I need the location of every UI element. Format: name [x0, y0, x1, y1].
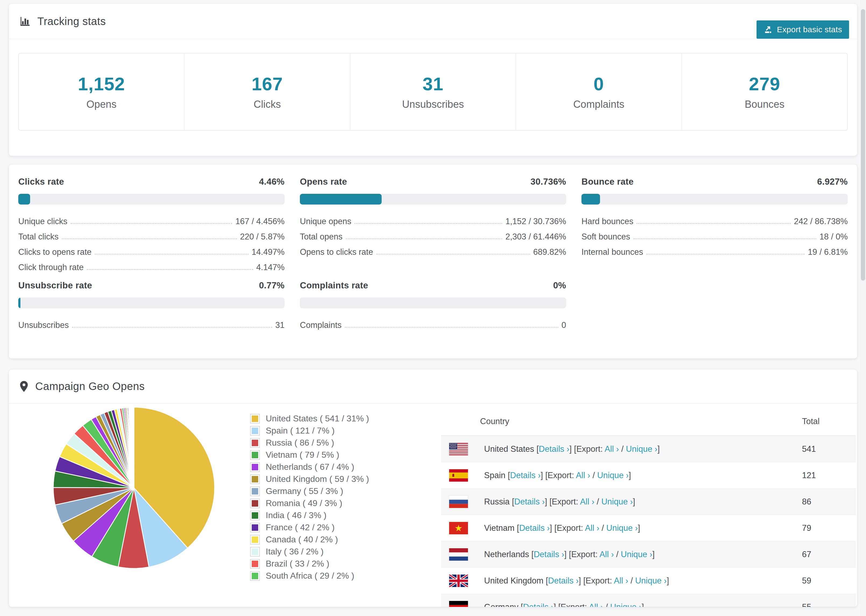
summary-stats-row: 1,152 Opens 167 Clicks 31 Unsubscribes 0…: [18, 53, 848, 130]
separator: /: [594, 497, 601, 506]
export-unique-link[interactable]: Unique ›: [601, 497, 633, 506]
table-row: Spain [Details ›] [Export: All › / Uniqu…: [441, 462, 856, 489]
legend-label: South Africa ( 29 / 2% ): [266, 571, 354, 581]
legend-swatch-color: [252, 464, 258, 470]
country-total: 541: [802, 444, 856, 454]
dotted-leader: [376, 254, 530, 255]
tracking-stats-card: Tracking stats Export basic stats 1,152 …: [9, 4, 857, 156]
dotted-leader: [71, 223, 232, 224]
vertical-scrollbar-track[interactable]: [860, 0, 866, 616]
rate-progress-fill: [18, 297, 20, 308]
geo-title: Campaign Geo Opens: [35, 380, 145, 392]
country-cell: United Kingdom [Details ›] [Export: All …: [484, 576, 802, 586]
export-all-link[interactable]: All ›: [605, 444, 619, 454]
export-all-link[interactable]: All ›: [580, 497, 594, 506]
country-name: Germany: [484, 602, 521, 607]
rate-title-row: Opens rate30.736%: [300, 177, 566, 187]
country-name: Russia: [484, 497, 512, 506]
rate-detail-row: Unique clicks167 / 4.456%: [18, 211, 285, 226]
bracket: ] [Export:: [553, 602, 589, 607]
legend-swatch: [250, 438, 260, 448]
pie-legend: United States ( 541 / 31% )Spain ( 121 /…: [250, 413, 369, 582]
legend-swatch: [250, 414, 260, 424]
country-cell: Netherlands [Details ›] [Export: All › /…: [484, 550, 802, 559]
details-link[interactable]: Details ›: [548, 576, 579, 585]
rate-title: Opens rate: [300, 177, 347, 187]
rate-detail-row: Click through rate4.147%: [18, 257, 285, 272]
details-link[interactable]: Details ›: [514, 497, 545, 506]
legend-swatch-color: [252, 440, 258, 446]
dotted-leader: [646, 254, 805, 255]
table-row: Netherlands [Details ›] [Export: All › /…: [441, 541, 856, 567]
rate-row-value: 31: [276, 321, 285, 330]
rate-row-value: 19 / 6.81%: [808, 247, 848, 257]
rate-detail-row: Total clicks220 / 5.87%: [18, 226, 285, 242]
export-unique-link[interactable]: Unique ›: [610, 602, 642, 607]
export-all-link[interactable]: All ›: [600, 550, 614, 559]
separator: /: [590, 471, 597, 480]
export-unique-link[interactable]: Unique ›: [626, 444, 657, 454]
table-row: United Kingdom [Details ›] [Export: All …: [441, 567, 856, 594]
legend-swatch: [250, 571, 260, 581]
details-link[interactable]: Details ›: [519, 523, 550, 533]
location-pin-icon: [19, 380, 29, 392]
bracket: ] [Export:: [550, 523, 585, 533]
rate-title-row: Bounce rate6.927%: [581, 177, 848, 187]
rates-card: Clicks rate4.46%Unique clicks167 / 4.456…: [9, 165, 857, 358]
bracket: ] [Export:: [540, 471, 576, 480]
legend-swatch: [250, 498, 260, 508]
rate-detail-rows: Unique clicks167 / 4.456%Total clicks220…: [18, 211, 285, 272]
campaign-geo-opens-card: Campaign Geo Opens United States ( 541 /…: [9, 369, 857, 607]
bracket: [: [508, 471, 510, 480]
legend-item: Romania ( 49 / 3% ): [250, 497, 369, 509]
legend-label: Canada ( 40 / 2% ): [266, 534, 338, 545]
flag-gb-icon: [449, 575, 468, 587]
rate-detail-row: Unsubscribes31: [18, 315, 285, 330]
bracket: [: [546, 576, 548, 585]
legend-swatch: [250, 559, 260, 569]
details-link[interactable]: Details ›: [534, 550, 564, 559]
rate-detail-row: Total opens2,303 / 61.446%: [300, 226, 566, 242]
legend-swatch: [250, 426, 260, 436]
rate-row-label: Soft bounces: [581, 232, 630, 242]
complaints-label: Complaints: [573, 99, 624, 110]
dotted-leader: [346, 238, 502, 239]
country-total: 121: [802, 471, 856, 480]
rate-value: 4.46%: [259, 177, 285, 187]
geo-country-table: Country Total United States [Details ›] …: [441, 407, 856, 607]
rate-value: 30.736%: [531, 177, 566, 187]
rate-title-row: Clicks rate4.46%: [18, 177, 285, 187]
details-link[interactable]: Details ›: [523, 602, 554, 607]
rate-block-clicks-rate: Clicks rate4.46%Unique clicks167 / 4.456…: [18, 177, 285, 272]
export-all-link[interactable]: All ›: [614, 576, 628, 585]
legend-label: France ( 42 / 2% ): [266, 522, 335, 533]
details-link[interactable]: Details ›: [510, 471, 541, 480]
export-all-link[interactable]: All ›: [589, 602, 603, 607]
legend-swatch-color: [252, 500, 258, 507]
country-name: Vietnam: [484, 523, 517, 533]
export-all-link[interactable]: All ›: [585, 523, 599, 533]
export-unique-link[interactable]: Unique ›: [606, 523, 638, 533]
country-cell: Vietnam [Details ›] [Export: All › / Uni…: [484, 523, 802, 533]
legend-label: Brazil ( 33 / 2% ): [266, 559, 329, 569]
country-cell: Russia [Details ›] [Export: All › / Uniq…: [484, 497, 802, 507]
tracking-stats-header: Tracking stats Export basic stats: [9, 4, 857, 39]
export-all-link[interactable]: All ›: [576, 471, 590, 480]
export-unique-link[interactable]: Unique ›: [621, 550, 652, 559]
details-link[interactable]: Details ›: [539, 444, 569, 454]
bracket: ]: [657, 444, 660, 454]
export-unique-link[interactable]: Unique ›: [597, 471, 628, 480]
export-button-label: Export basic stats: [777, 25, 842, 34]
bracket: ] [Export:: [545, 497, 580, 506]
rate-detail-rows: Complaints0: [300, 315, 566, 330]
unsubscribes-label: Unsubscribes: [402, 99, 464, 110]
rate-progress-fill: [18, 194, 30, 204]
legend-item: Italy ( 36 / 2% ): [250, 545, 369, 558]
rate-row-label: Complaints: [300, 321, 342, 330]
export-unique-link[interactable]: Unique ›: [635, 576, 667, 585]
bounces-label: Bounces: [745, 99, 784, 110]
export-basic-stats-button[interactable]: Export basic stats: [757, 20, 849, 39]
rate-title-row: Complaints rate0%: [300, 280, 566, 291]
vertical-scrollbar-thumb[interactable]: [861, 9, 865, 281]
rate-block-unsubscribe-rate: Unsubscribe rate0.77%Unsubscribes31: [18, 280, 285, 330]
